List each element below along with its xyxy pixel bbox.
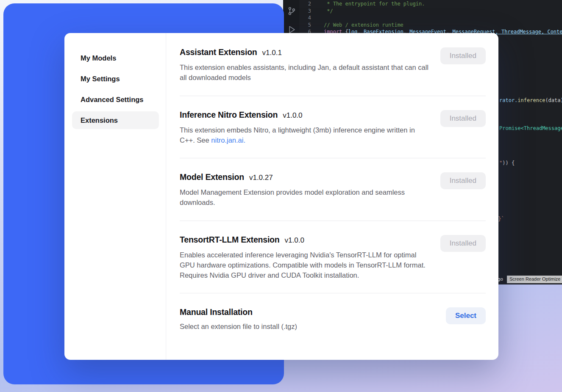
extension-info: Assistant Extension v1.0.1 This extensio… [180, 47, 429, 83]
extension-info: Manual Installation Select an extension … [180, 307, 429, 331]
line-number: 5 [299, 22, 311, 28]
extension-version: v1.0.0 [283, 111, 302, 120]
code-text: // Web / extension runtime [324, 22, 403, 28]
extension-row-tensorrt-llm: TensortRT-LLM Extension v1.0.0 Enables a… [180, 221, 486, 294]
sidebar-item-advanced-settings[interactable]: Advanced Settings [72, 91, 159, 108]
sidebar-item-my-models[interactable]: My Models [72, 49, 159, 67]
installed-button[interactable]: Installed [440, 235, 486, 252]
code-line: 2 * The entrypoint for the plugin. [299, 0, 562, 8]
extension-title: TensortRT-LLM Extension [180, 235, 280, 245]
manual-installation-description: Select an extension file to install (.tg… [180, 321, 429, 331]
select-file-button[interactable]: Select [446, 307, 486, 324]
extension-version: v1.0.1 [262, 49, 282, 57]
extension-row-model: Model Extension v1.0.27 Model Management… [180, 158, 486, 221]
manual-installation-row: Manual Installation Select an extension … [180, 293, 486, 344]
code-fragment: ")) { [499, 160, 515, 166]
manual-installation-title: Manual Installation [180, 307, 253, 317]
code-fragment: Promise<ThreadMessage> [499, 125, 562, 131]
extension-title: Inference Nitro Extension [180, 110, 278, 120]
extension-title: Model Extension [180, 172, 244, 182]
extension-version: v1.0.0 [285, 236, 304, 245]
settings-sidebar: My Models My Settings Advanced Settings … [64, 33, 166, 360]
source-control-icon[interactable] [287, 6, 297, 16]
extension-description: This extension enables assistants, inclu… [180, 62, 429, 83]
code-fragment: rator.inference(data)); [499, 97, 562, 103]
line-number: 3 [299, 8, 311, 14]
extension-description: This extension embeds Nitro, a lightweig… [180, 125, 429, 146]
extension-info: TensortRT-LLM Extension v1.0.0 Enables a… [180, 235, 429, 281]
nitro-jan-ai-link[interactable]: nitro.jan.ai. [211, 136, 245, 144]
line-number: 2 [299, 1, 311, 7]
extension-title: Assistant Extension [180, 47, 257, 57]
installed-button[interactable]: Installed [440, 172, 486, 189]
code-text: */ [324, 8, 333, 14]
sidebar-item-extensions[interactable]: Extensions [72, 111, 159, 129]
code-text: * The entrypoint for the plugin. [324, 1, 425, 7]
line-number: 4 [299, 15, 311, 21]
code-line: 5 // Web / extension runtime [299, 22, 562, 29]
extension-info: Inference Nitro Extension v1.0.0 This ex… [180, 110, 429, 146]
extensions-list: Assistant Extension v1.0.1 This extensio… [166, 33, 498, 360]
code-lines: 2 * The entrypoint for the plugin. 3 */ … [299, 0, 562, 36]
settings-modal: My Models My Settings Advanced Settings … [64, 33, 498, 360]
extension-row-inference-nitro: Inference Nitro Extension v1.0.0 This ex… [180, 96, 486, 159]
extension-row-assistant: Assistant Extension v1.0.1 This extensio… [180, 47, 486, 96]
sidebar-item-my-settings[interactable]: My Settings [72, 70, 159, 88]
code-line: 4 [299, 14, 562, 22]
installed-button[interactable]: Installed [440, 110, 486, 127]
extension-description: Enables accelerated inference leveraging… [180, 250, 429, 281]
installed-button[interactable]: Installed [440, 47, 486, 64]
code-line: 3 */ [299, 8, 562, 15]
screen-reader-optimize-chip[interactable]: Screen Reader Optimize [507, 276, 562, 283]
extension-description: Model Management Extension provides mode… [180, 187, 429, 208]
extension-version: v1.0.27 [249, 174, 273, 182]
extension-info: Model Extension v1.0.27 Model Management… [180, 172, 429, 208]
